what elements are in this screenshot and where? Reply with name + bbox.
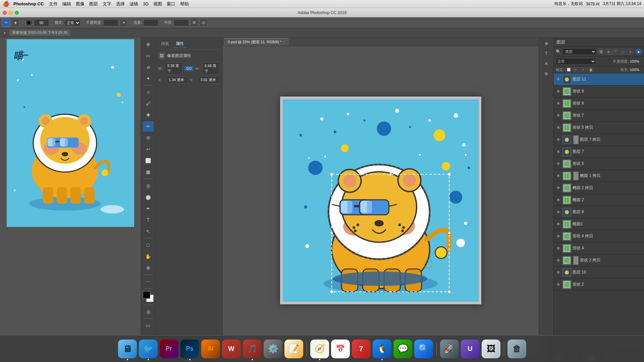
- panel-btn-4[interactable]: ⧉: [541, 69, 552, 78]
- layer-item[interactable]: 👁形状 8: [554, 98, 644, 110]
- layer-item[interactable]: 👁图层 7 拷贝: [554, 134, 644, 146]
- filter-toggle[interactable]: ●: [635, 49, 642, 55]
- layer-item[interactable]: 👁形状 2 拷贝: [554, 254, 644, 266]
- brush-tool[interactable]: ✏: [143, 121, 154, 132]
- angle-btn[interactable]: ◎: [200, 19, 208, 27]
- type-tool[interactable]: T: [143, 215, 154, 225]
- marquee-tool[interactable]: ▭: [143, 50, 154, 61]
- filter-shape[interactable]: □: [620, 49, 627, 55]
- flow-input[interactable]: 100%: [143, 19, 158, 26]
- layer-item[interactable]: 👁椭圆 2: [554, 194, 644, 206]
- brush-size-input[interactable]: [34, 19, 49, 26]
- quick-mask[interactable]: ◎: [143, 306, 154, 317]
- dock-safari[interactable]: 🧭: [310, 340, 329, 358]
- layer-item[interactable]: 👁椭圆 1 拷贝: [554, 170, 644, 182]
- eyedropper-btn[interactable]: ◈: [11, 19, 19, 27]
- pen-tool[interactable]: ✒: [143, 203, 154, 214]
- hand-tool[interactable]: ✋: [143, 251, 154, 262]
- menu-view[interactable]: 视图: [153, 1, 162, 7]
- healing-tool[interactable]: ✚: [143, 110, 154, 120]
- w-value[interactable]: 9.39 英寸: [165, 62, 182, 74]
- dock-trash[interactable]: 🗑: [507, 340, 526, 358]
- layer-visibility-toggle[interactable]: 👁: [556, 282, 561, 287]
- close-button[interactable]: [3, 11, 7, 15]
- layer-visibility-toggle[interactable]: 👁: [556, 113, 561, 118]
- minimize-button[interactable]: [9, 11, 13, 15]
- eraser-tool[interactable]: ⬜: [143, 155, 154, 166]
- layer-visibility-toggle[interactable]: 👁: [556, 101, 561, 106]
- panel-btn-3[interactable]: A: [541, 59, 552, 68]
- brush-tool-btn[interactable]: ✏: [2, 19, 10, 27]
- pressure-btn[interactable]: ✦: [120, 19, 128, 27]
- dock-qq[interactable]: 🐧: [373, 340, 391, 358]
- layers-mode-select[interactable]: 正常: [556, 58, 596, 65]
- menu-select[interactable]: 选择: [116, 1, 125, 7]
- dock-wechat[interactable]: 💬: [393, 340, 412, 358]
- menu-window[interactable]: 窗口: [167, 1, 175, 7]
- zoom-tool[interactable]: ⊕: [143, 262, 154, 273]
- layer-visibility-toggle[interactable]: 👁: [556, 197, 561, 203]
- dock-reminder[interactable]: 7: [352, 340, 371, 358]
- dock-netease[interactable]: 🎵: [243, 340, 262, 358]
- dock-preview[interactable]: 🖼: [482, 340, 500, 358]
- foreground-color[interactable]: [143, 291, 150, 299]
- dock-calendar[interactable]: 📅: [331, 340, 350, 358]
- dock-ai[interactable]: Ai: [201, 340, 220, 358]
- filter-smart[interactable]: ≡: [627, 49, 634, 55]
- layer-visibility-toggle[interactable]: 👁: [556, 173, 561, 179]
- layer-item[interactable]: 👁形状 4: [554, 242, 644, 254]
- menu-layer[interactable]: 图层: [89, 1, 98, 7]
- layer-item[interactable]: 👁椭圆 2 拷贝: [554, 182, 644, 194]
- dock-rocket[interactable]: 🚀: [440, 340, 459, 358]
- quick-select[interactable]: ✦: [143, 73, 154, 84]
- menu-type[interactable]: 文字: [103, 1, 111, 7]
- history-tool[interactable]: ↩: [143, 144, 154, 155]
- x-value[interactable]: 1.34 厘米: [166, 76, 188, 83]
- dock-lark[interactable]: 🐦: [139, 340, 158, 358]
- layer-item[interactable]: 👁形状 4 拷贝: [554, 230, 644, 242]
- dodge-tool[interactable]: ⬤: [143, 192, 154, 202]
- layer-item[interactable]: 👁图层 10: [554, 266, 644, 279]
- eyedropper-tool[interactable]: 🖋: [143, 98, 154, 109]
- layer-visibility-toggle[interactable]: 👁: [556, 234, 561, 239]
- layer-visibility-toggle[interactable]: 👁: [556, 270, 561, 275]
- maximize-button[interactable]: [15, 11, 19, 15]
- go-button[interactable]: GO: [184, 66, 194, 71]
- move-tool[interactable]: ⊕: [143, 39, 154, 50]
- opacity-value[interactable]: 100%: [630, 59, 642, 63]
- layers-type-select[interactable]: 类型: [562, 48, 596, 55]
- layer-visibility-toggle[interactable]: 👁: [556, 209, 561, 215]
- menu-3d[interactable]: 3D: [143, 1, 149, 6]
- tab-brush[interactable]: 画笔: [158, 40, 172, 48]
- filter-type[interactable]: T: [612, 49, 619, 55]
- layer-item[interactable]: 👁图层 9: [554, 206, 644, 218]
- canvas-tab-close[interactable]: ×: [283, 40, 285, 44]
- layer-item[interactable]: 👁形状 5: [554, 158, 644, 170]
- layer-item[interactable]: 👁形状 5 拷贝: [554, 122, 644, 134]
- crop-tool[interactable]: ⌗: [143, 87, 154, 98]
- lock-transparent[interactable]: ⬜: [566, 67, 572, 72]
- clone-tool[interactable]: ⊘: [143, 132, 154, 143]
- menu-edit[interactable]: 编辑: [62, 1, 71, 7]
- path-select[interactable]: ↖: [143, 226, 154, 237]
- dock-premiere[interactable]: Pr: [160, 340, 178, 358]
- layer-visibility-toggle[interactable]: 👁: [556, 258, 561, 263]
- panel-btn-2[interactable]: T: [541, 49, 552, 58]
- tab-properties[interactable]: 属性: [173, 40, 186, 48]
- app-name[interactable]: Photoshop CC: [13, 1, 44, 6]
- layer-item[interactable]: 👁图层 7: [554, 146, 644, 158]
- layer-visibility-toggle[interactable]: 👁: [556, 161, 561, 167]
- menu-image[interactable]: 图像: [76, 1, 85, 7]
- rect-shape[interactable]: □: [143, 240, 154, 250]
- layer-visibility-toggle[interactable]: 👁: [556, 137, 561, 142]
- layer-visibility-toggle[interactable]: 👁: [556, 222, 561, 227]
- gradient-tool[interactable]: ▦: [143, 167, 154, 177]
- layer-visibility-toggle[interactable]: 👁: [556, 246, 561, 251]
- lock-position[interactable]: +: [580, 67, 586, 72]
- dock-wps[interactable]: W: [222, 340, 241, 358]
- smoothing-input[interactable]: 0%: [174, 19, 189, 26]
- mode-select[interactable]: 正常: [64, 19, 80, 26]
- dock-finder[interactable]: 🖥: [118, 340, 137, 358]
- dock-utools[interactable]: U: [461, 340, 480, 358]
- fill-value[interactable]: 100%: [630, 68, 642, 72]
